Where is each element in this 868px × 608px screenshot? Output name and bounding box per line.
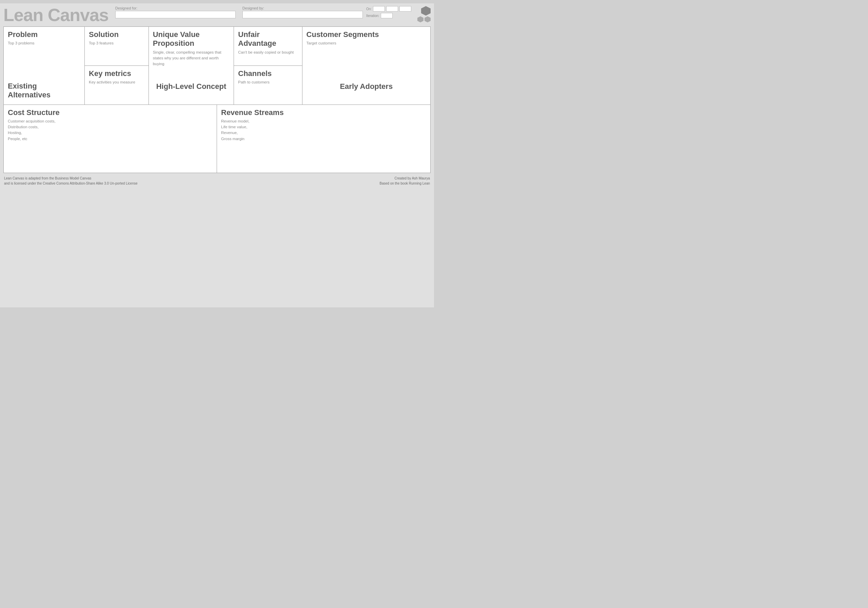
footer-right-line2: Based on the book Running Lean <box>380 181 430 186</box>
channels-cell: Channels Path to customers <box>234 66 302 104</box>
footer-left-line1: Lean Canvas is adapted from the Business… <box>4 176 138 181</box>
problem-title: Problem <box>8 30 81 39</box>
month-input[interactable] <box>386 6 398 11</box>
customer-cell: Customer Segments Target customers <box>302 27 430 71</box>
footer: Lean Canvas is adapted from the Business… <box>3 176 431 186</box>
lean-canvas: Problem Top 3 problems Existing Alternat… <box>3 26 431 173</box>
revenue-title: Revenue Streams <box>221 108 426 117</box>
customer-subtitle: Target customers <box>307 40 426 46</box>
solution-column: Solution Top 3 features Key metrics Key … <box>85 27 149 104</box>
uvp-title: Unique Value Proposition <box>153 30 230 48</box>
iteration-input[interactable] <box>381 13 393 18</box>
uvp-cell: Unique Value Proposition Single, clear, … <box>149 27 234 71</box>
cost-cell: Cost Structure Customer acquisition cost… <box>4 105 217 173</box>
hexagon-small <box>425 16 431 22</box>
designed-for-label: Designed for: <box>115 6 236 10</box>
revenue-cell: Revenue Streams Revenue model,Life time … <box>217 105 430 173</box>
customer-title: Customer Segments <box>307 30 426 39</box>
hexagon-decoration <box>417 6 431 22</box>
unfair-column: Unfair Advantage Can't be easily copied … <box>234 27 302 104</box>
hexagon-medium <box>417 16 423 22</box>
solution-subtitle: Top 3 features <box>89 40 144 46</box>
bottom-row: Cost Structure Customer acquisition cost… <box>4 105 430 173</box>
footer-left: Lean Canvas is adapted from the Business… <box>4 176 138 186</box>
uvp-subtitle: Single, clear, compelling messages that … <box>153 50 230 67</box>
early-adopters-cell: Early Adopters <box>302 71 430 104</box>
existing-alternatives: Existing Alternatives <box>8 75 81 101</box>
high-level-title: High-Level Concept <box>156 82 226 91</box>
day-input[interactable] <box>373 6 385 11</box>
key-metrics-title: Key metrics <box>89 69 144 78</box>
unfair-subtitle: Can't be easily copied or bought <box>238 50 298 55</box>
designed-by-label: Designed by: <box>242 6 363 10</box>
problem-column: Problem Top 3 problems Existing Alternat… <box>4 27 85 104</box>
existing-alt-title: Existing Alternatives <box>8 82 81 100</box>
footer-right-line1: Created by Ash Maurya <box>380 176 430 181</box>
key-metrics-subtitle: Key activities you measure <box>89 79 144 85</box>
iteration-label: Iteration: <box>366 14 380 18</box>
cost-title: Cost Structure <box>8 108 212 117</box>
designed-for-input[interactable] <box>115 11 236 18</box>
cost-subtitle: Customer acquisition costs,Distribution … <box>8 118 212 142</box>
unfair-title: Unfair Advantage <box>238 30 298 48</box>
year-input[interactable] <box>400 6 411 11</box>
customer-column: Customer Segments Target customers Early… <box>302 27 430 104</box>
on-label: On: <box>366 7 372 11</box>
channels-subtitle: Path to customers <box>238 79 298 85</box>
key-metrics-cell: Key metrics Key activities you measure <box>85 66 149 104</box>
uvp-column: Unique Value Proposition Single, clear, … <box>149 27 234 104</box>
footer-left-line2: and is licensed under the Creative Comon… <box>4 181 138 186</box>
designed-by-input[interactable] <box>242 11 363 18</box>
main-rows: Problem Top 3 problems Existing Alternat… <box>4 27 430 105</box>
hexagon-large <box>421 6 431 16</box>
high-level-cell: High-Level Concept <box>149 71 234 104</box>
page-title: Lean Canvas <box>3 6 108 24</box>
revenue-subtitle: Revenue model,Life time value,Revenue,Gr… <box>221 118 426 142</box>
problem-subtitle: Top 3 problems <box>8 40 81 46</box>
solution-title: Solution <box>89 30 144 39</box>
footer-right: Created by Ash Maurya Based on the book … <box>380 176 430 186</box>
channels-title: Channels <box>238 69 298 78</box>
solution-cell: Solution Top 3 features <box>85 27 149 66</box>
early-adopters-title: Early Adopters <box>340 82 393 91</box>
unfair-cell: Unfair Advantage Can't be easily copied … <box>234 27 302 66</box>
